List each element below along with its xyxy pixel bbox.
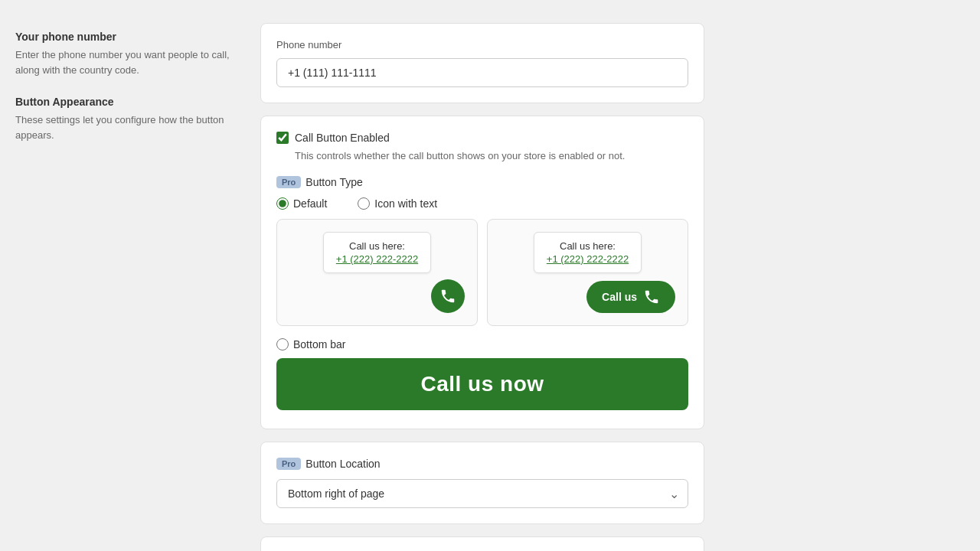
call-button-enabled-label[interactable]: Call Button Enabled — [295, 132, 390, 144]
button-color-card: Pro Button Color — [260, 536, 704, 552]
radio-icon-text-label: Icon with text — [374, 197, 437, 210]
left-panel: Your phone number Enter the phone number… — [15, 23, 230, 551]
call-button-enabled-row: Call Button Enabled — [276, 132, 688, 144]
radio-default-label: Default — [293, 197, 327, 210]
radio-icon-text-input[interactable] — [358, 197, 370, 210]
icon-text-card-title: Call us here: — [547, 240, 629, 252]
button-location-header: Pro Button Location — [276, 458, 688, 470]
radio-default-input[interactable] — [276, 197, 289, 210]
call-us-phone-icon — [643, 289, 660, 305]
phone-section-desc: Your phone number Enter the phone number… — [15, 31, 230, 77]
button-type-radio-group: Default Icon with text — [276, 197, 688, 210]
button-type-pro-badge: Pro — [276, 176, 301, 188]
button-location-select[interactable]: Bottom right of page Bottom left of page… — [276, 479, 688, 508]
default-card-title: Call us here: — [336, 240, 418, 252]
phone-section-description: Enter the phone number you want people t… — [15, 47, 230, 77]
bottom-bar-text: Call us now — [420, 372, 544, 396]
call-us-button-preview: Call us — [586, 281, 675, 313]
radio-default[interactable]: Default — [276, 197, 327, 210]
call-button-enabled-desc: This controls whether the call button sh… — [295, 148, 688, 164]
bottom-bar-preview: Call us now — [276, 358, 688, 410]
radio-icon-with-text[interactable]: Icon with text — [358, 197, 437, 210]
button-location-card: Pro Button Location Bottom right of page… — [260, 442, 704, 524]
button-location-pro-badge: Pro — [276, 458, 301, 470]
default-card-phone: +1 (222) 222-2222 — [336, 253, 418, 265]
preview-default: Call us here: +1 (222) 222-2222 — [276, 219, 478, 326]
button-location-label: Button Location — [305, 458, 380, 470]
bottom-bar-radio-input[interactable] — [276, 338, 289, 350]
appearance-section-desc: Button Appearance These settings let you… — [15, 96, 230, 142]
call-button-enabled-checkbox[interactable] — [276, 132, 289, 144]
bottom-bar-label[interactable]: Bottom bar — [293, 338, 345, 350]
bottom-bar-radio-row: Bottom bar — [276, 338, 688, 350]
icon-text-call-card: Call us here: +1 (222) 222-2222 — [534, 232, 642, 273]
default-phone-icon-button — [431, 279, 465, 313]
phone-icon — [439, 288, 456, 305]
right-panel: Phone number Call Button Enabled This co… — [260, 23, 704, 551]
phone-number-label: Phone number — [276, 39, 688, 51]
button-type-header: Pro Button Type — [276, 176, 688, 188]
phone-number-card: Phone number — [260, 23, 704, 103]
button-type-previews: Call us here: +1 (222) 222-2222 Call us … — [276, 219, 688, 326]
button-type-label: Button Type — [305, 176, 362, 188]
button-location-select-wrapper: Bottom right of page Bottom left of page… — [276, 479, 688, 508]
default-call-card: Call us here: +1 (222) 222-2222 — [323, 232, 431, 273]
icon-text-card-phone: +1 (222) 222-2222 — [547, 253, 629, 265]
phone-section-title: Your phone number — [15, 31, 230, 43]
phone-number-input[interactable] — [276, 58, 688, 87]
preview-icon-with-text: Call us here: +1 (222) 222-2222 Call us — [487, 219, 688, 326]
appearance-section-description: These settings let you configure how the… — [15, 112, 230, 142]
appearance-section-title: Button Appearance — [15, 96, 230, 108]
call-us-btn-label: Call us — [602, 291, 637, 303]
button-appearance-card: Call Button Enabled This controls whethe… — [260, 116, 704, 429]
